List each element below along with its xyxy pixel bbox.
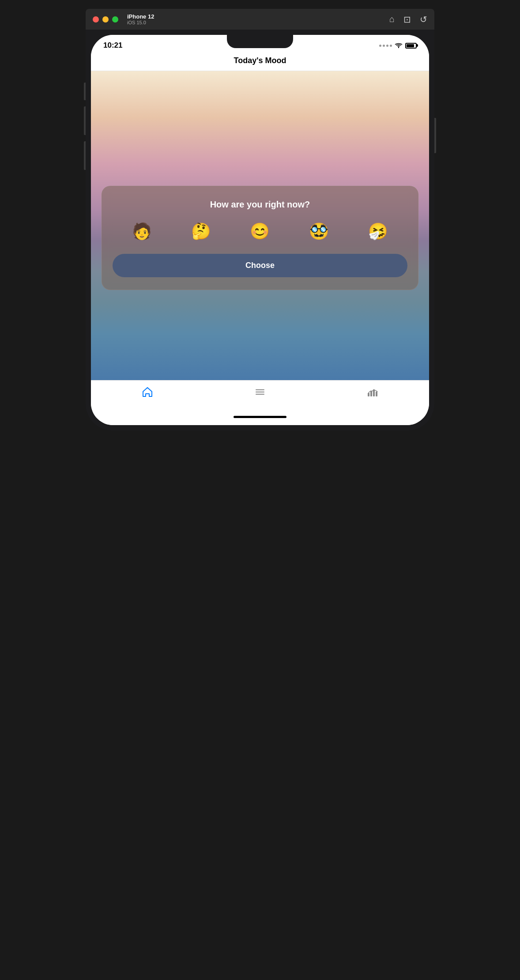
side-button-right: [434, 118, 436, 153]
choose-button[interactable]: Choose: [113, 254, 407, 277]
device-name: iPhone 12: [127, 13, 386, 20]
battery-fill: [407, 44, 414, 47]
svg-rect-3: [368, 393, 369, 396]
rotate-icon[interactable]: ↺: [420, 14, 427, 25]
list-tab-icon: [254, 386, 266, 400]
signal-dot-1: [379, 45, 381, 47]
signal-dot-3: [386, 45, 388, 47]
volume-up-button[interactable]: [84, 106, 86, 135]
phone-screen: 10:21: [91, 35, 429, 425]
mute-button[interactable]: [84, 83, 86, 100]
toolbar-actions: ⌂ ⊡ ↺: [389, 14, 427, 25]
traffic-light-green[interactable]: [112, 16, 118, 23]
tab-list[interactable]: [203, 386, 316, 400]
phone-shell: 10:21: [86, 30, 434, 430]
emoji-sad[interactable]: 🧑: [132, 222, 152, 241]
traffic-light-red[interactable]: [93, 16, 99, 23]
volume-down-button[interactable]: [84, 141, 86, 170]
device-info: iPhone 12 iOS 15.0: [127, 13, 386, 25]
wifi-icon: [395, 42, 403, 49]
tab-home[interactable]: [91, 386, 203, 400]
signal-dot-2: [383, 45, 385, 47]
home-simulator-icon[interactable]: ⌂: [389, 14, 395, 24]
tab-bar: [91, 380, 429, 412]
background-gradient: How are you right now? 🧑 🤔 😊 🥸 🤧 Choose: [91, 71, 429, 380]
emoji-happy[interactable]: 😊: [250, 222, 270, 241]
emoji-row: 🧑 🤔 😊 🥸 🤧: [113, 222, 407, 241]
home-indicator-bar: [234, 416, 286, 418]
battery-icon: [405, 43, 417, 49]
emoji-silly[interactable]: 🥸: [309, 222, 329, 241]
nav-bar: Today's Mood: [91, 53, 429, 71]
emoji-thinking[interactable]: 🤔: [191, 222, 211, 241]
signal-dot-4: [390, 45, 392, 47]
notch: [227, 35, 293, 48]
traffic-lights: [93, 16, 118, 23]
side-buttons-left: [84, 83, 86, 170]
simulator-toolbar: iPhone 12 iOS 15.0 ⌂ ⊡ ↺: [86, 9, 434, 30]
stats-tab-icon: [366, 386, 379, 400]
content-area: How are you right now? 🧑 🤔 😊 🥸 🤧 Choose: [91, 71, 429, 380]
signal-dots: [379, 45, 392, 47]
screenshot-icon[interactable]: ⊡: [403, 14, 411, 25]
emoji-sick[interactable]: 🤧: [368, 222, 388, 241]
ios-version: iOS 15.0: [127, 20, 386, 25]
status-time: 10:21: [103, 41, 122, 50]
svg-rect-4: [370, 391, 372, 396]
status-right-icons: [379, 42, 417, 49]
home-indicator: [91, 412, 429, 425]
mood-card: How are you right now? 🧑 🤔 😊 🥸 🤧 Choose: [102, 186, 418, 290]
nav-title: Today's Mood: [234, 56, 286, 65]
svg-rect-6: [376, 392, 377, 396]
tab-stats[interactable]: [317, 386, 429, 400]
traffic-light-yellow[interactable]: [102, 16, 109, 23]
power-button[interactable]: [434, 118, 436, 153]
home-tab-icon: [141, 386, 154, 400]
mood-question: How are you right now?: [113, 200, 407, 210]
